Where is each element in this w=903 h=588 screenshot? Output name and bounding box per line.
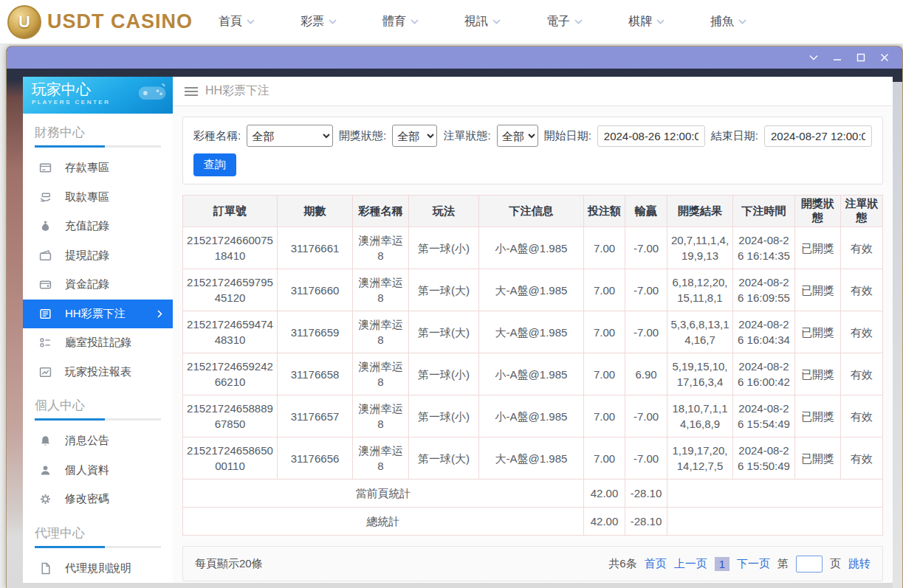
nav-item-cards[interactable]: 棋牌: [628, 14, 665, 30]
section-header-agent: 代理中心: [35, 525, 161, 542]
sidebar-item-announcements[interactable]: 消息公告: [23, 426, 173, 456]
table-cell: 6,18,12,20,15,11,8,1: [667, 269, 733, 311]
table-cell: 第一球(小): [409, 227, 479, 269]
bank-card-icon: [39, 162, 52, 174]
sidebar-item-label: 充值記錄: [65, 219, 109, 233]
table-cell: 已開獎: [795, 269, 841, 311]
table-cell: 澳洲幸运8: [353, 269, 409, 311]
lottery-name-select[interactable]: 全部: [247, 125, 333, 147]
chevron-down-icon: [738, 19, 746, 24]
table-cell: 大-A盤@1.985: [479, 269, 584, 311]
table-cell: 已開獎: [795, 395, 841, 437]
end-date-input[interactable]: [764, 125, 872, 147]
start-date-label: 開始日期:: [544, 129, 591, 143]
sidebar-item-withdraw[interactable]: 取款專區: [23, 182, 173, 212]
table-cell: 有效: [841, 395, 883, 437]
sidebar-item-deposit[interactable]: 存款專區: [23, 153, 173, 183]
table-cell: 18,10,7,1,14,16,8,9: [667, 395, 733, 437]
jump-prefix-text: 第: [777, 557, 789, 571]
nav-item-video[interactable]: 視訊: [464, 14, 501, 30]
wallet-icon: [39, 249, 52, 262]
table-cell: 有效: [841, 311, 883, 353]
table-cell: 已開獎: [795, 311, 841, 353]
table-cell: 已開獎: [795, 227, 841, 269]
table-cell: 2024-08-26 16:14:35: [733, 227, 795, 269]
table-cell: 2152172465924266210: [183, 353, 278, 395]
sidebar-item-profile[interactable]: 個人資料: [23, 456, 173, 485]
chevron-down-icon: [574, 19, 583, 24]
sidebar-item-recharge-records[interactable]: 充值記錄: [23, 212, 173, 241]
nav-item-lottery[interactable]: 彩票: [301, 14, 337, 30]
brand-logo[interactable]: U USDT CASINO: [7, 5, 193, 39]
nav-item-label: 棋牌: [628, 14, 652, 30]
table-cell: 7.00: [584, 227, 625, 269]
window-collapse-button[interactable]: [802, 48, 825, 67]
table-cell: 7.00: [584, 395, 625, 437]
sidebar-item-room-bet-records[interactable]: 廳室投註記錄: [23, 328, 173, 358]
total-count-text: 共6条: [608, 557, 636, 571]
table-cell: 有效: [841, 437, 883, 480]
table-cell: 2024-08-26 16:00:42: [733, 353, 795, 395]
nav-item-slots[interactable]: 電子: [546, 14, 583, 30]
nav-item-label: 電子: [546, 14, 570, 30]
brand-name: USDT CASINO: [47, 10, 193, 33]
jump-page-input[interactable]: [796, 556, 823, 573]
sidebar-item-player-bet-report[interactable]: 玩家投注報表: [23, 358, 173, 387]
sidebar-item-agent-rules[interactable]: 代理規則說明: [23, 554, 173, 583]
sidebar-item-label: 廳室投註記錄: [65, 336, 131, 350]
draw-status-label: 開獎狀態:: [339, 129, 386, 143]
sidebar-item-fund-records[interactable]: 資金記錄: [23, 270, 173, 300]
draw-status-select[interactable]: 全部: [392, 125, 437, 147]
column-header: 開獎狀態: [795, 196, 841, 227]
table-row: 215217246594744831031176659澳洲幸运8第一球(大)大-…: [183, 311, 883, 353]
search-button[interactable]: 查詢: [193, 153, 236, 176]
table-cell: 有效: [841, 353, 883, 395]
grand-summary-winloss-total: -28.10: [625, 508, 667, 536]
prev-page-link[interactable]: 上一页: [674, 557, 707, 571]
table-cell: 2152172466007518410: [183, 227, 278, 269]
sidebar-item-label: 個人資料: [65, 463, 109, 477]
table-row: 215217246597954512031176660澳洲幸运8第一球(大)大-…: [183, 269, 883, 311]
nav-item-label: 首頁: [219, 14, 242, 30]
nav-item-sports[interactable]: 體育: [382, 14, 419, 30]
table-cell: 有效: [841, 227, 883, 269]
current-page-indicator[interactable]: 1: [715, 557, 729, 571]
table-cell: 31176656: [278, 437, 353, 480]
column-header: 玩法: [409, 196, 479, 227]
nav-item-home[interactable]: 首頁: [219, 14, 255, 30]
table-cell: 第一球(大): [409, 311, 479, 353]
sidebar-item-label: 代理規則說明: [65, 561, 131, 575]
column-header: 開獎結果: [667, 196, 733, 227]
sidebar-item-hh-lottery-bets[interactable]: HH彩票下注: [23, 300, 173, 329]
window-titlebar: [7, 46, 902, 69]
next-page-link[interactable]: 下一页: [737, 557, 770, 571]
jump-button[interactable]: 跳转: [848, 557, 871, 571]
start-date-input[interactable]: [597, 125, 705, 147]
grand-summary-row: 總統計 42.00 -28.10: [183, 508, 883, 536]
sidebar-item-label: 提現記錄: [65, 249, 109, 263]
table-cell: 31176661: [278, 227, 353, 269]
table-cell: 2152172465947448310: [183, 311, 278, 353]
nav-item-label: 捕魚: [710, 14, 734, 30]
window-minimize-button[interactable]: [825, 48, 849, 67]
window-maximize-button[interactable]: [849, 48, 873, 67]
order-status-select[interactable]: 全部: [497, 125, 538, 147]
first-page-link[interactable]: 首页: [645, 557, 667, 571]
sidebar-item-withdraw-records[interactable]: 提現記錄: [23, 241, 173, 271]
pagination-bar: 每頁顯示20條 共6条 首页 上一页 1 下一页 第 页 跳转: [182, 546, 883, 581]
table-cell: 7.00: [584, 353, 625, 395]
sidebar-item-label: 消息公告: [65, 434, 109, 448]
table-cell: 已開獎: [795, 353, 841, 395]
table-cell: -7.00: [625, 269, 667, 311]
table-cell: 5,19,15,10,17,16,3,4: [667, 353, 733, 395]
sidebar-item-change-password[interactable]: 修改密碼: [23, 485, 173, 514]
table-cell: 2152172465865000110: [183, 437, 278, 480]
window-close-button[interactable]: [873, 48, 896, 67]
nav-item-fishing[interactable]: 捕魚: [710, 14, 746, 30]
ticket-list-icon: [39, 308, 52, 320]
sidebar-item-label: 資金記錄: [65, 277, 109, 291]
table-row: 215217246600751841031176661澳洲幸运8第一球(小)小-…: [183, 227, 883, 269]
menu-toggle-icon[interactable]: [185, 87, 198, 96]
table-cell: 澳洲幸运8: [353, 353, 409, 395]
table-cell: 20,7,11,1,4,19,9,13: [667, 227, 733, 269]
